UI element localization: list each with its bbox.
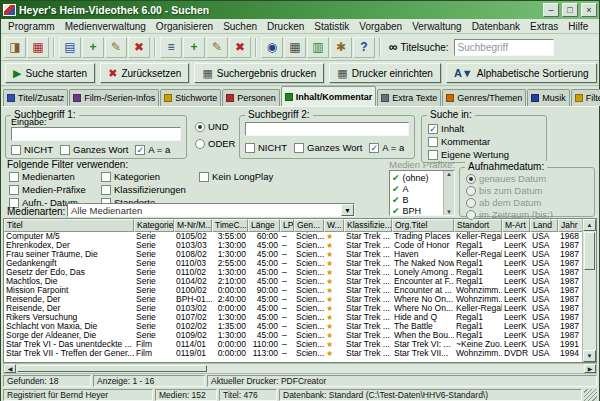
tab-extra-texte[interactable]: Extra Texte (377, 89, 441, 106)
menu-medienverwaltung[interactable]: Medienverwaltung (60, 21, 151, 32)
scroll-up-icon[interactable]: ▲ (446, 171, 452, 177)
new-title-button[interactable]: + (183, 37, 205, 58)
medien-praefixe-list[interactable]: ✔(ohne)✔A✔B✔BPH ▲ ▼ (389, 170, 455, 216)
column-header-länge[interactable]: Länge (248, 219, 280, 232)
close-button[interactable]: × (581, 3, 597, 17)
checkbox-kein-longplay[interactable]: Kein LongPlay (199, 171, 273, 182)
tab-stichworte[interactable]: Stichworte (160, 89, 221, 106)
menu-statistik[interactable]: Statistik (309, 21, 354, 32)
column-header-kategorie[interactable]: Kategorie (134, 219, 174, 232)
checkbox-medien-präfixe[interactable]: Medien-Präfixe (9, 184, 86, 195)
checkbox-klassifizierungen[interactable]: Klassifizierungen (101, 184, 186, 195)
drucker-einrichten-button[interactable]: ▦Drucker einrichten (329, 63, 441, 83)
prefix-item-bph[interactable]: ✔BPH (390, 205, 443, 215)
checkbox-nicht[interactable]: NICHT (11, 144, 53, 155)
table-row[interactable]: Ehrenkodex, DerSerie0103/031:30:0045:00–… (4, 241, 582, 250)
table-row[interactable]: Computer M/5Serie0105/023:55:0060:00–Sci… (4, 232, 582, 241)
column-header-land[interactable]: Land (530, 219, 558, 232)
radio-oder[interactable]: ODER (195, 138, 235, 149)
radio-im-zeitraum-bis[interactable]: im Zeitraum (bis:) (466, 209, 553, 220)
tab-filter[interactable]: Filter (571, 89, 600, 106)
edit-medium-button[interactable]: ✎ (105, 37, 127, 58)
menu-datenbank[interactable]: Datenbank (467, 21, 525, 32)
table-row[interactable]: Star Trek VII - Treffen der Gener...Film… (4, 349, 582, 358)
exit-button[interactable]: ◨ (4, 37, 26, 58)
table-row[interactable]: Reisende, DerSerieBPH-01...2:40:0045:00–… (4, 295, 582, 304)
suchergebnis-drucken-button[interactable]: ▦Suchergebnis drucken (194, 63, 324, 83)
scrollbar-thumb[interactable] (17, 365, 207, 372)
search-button[interactable]: ◉ (261, 37, 283, 58)
column-header-klassifizie[interactable]: Klassifizie... (344, 219, 392, 232)
tab-inhalt-kommentar[interactable]: Inhalt/Kommentar (281, 86, 377, 106)
menu-verwaltung[interactable]: Verwaltung (407, 21, 466, 32)
checkbox-kategorien[interactable]: Kategorien (101, 171, 186, 182)
radio-genaues-datum[interactable]: genaues Datum (466, 173, 553, 184)
column-header-timec[interactable]: TimeC... (212, 219, 248, 232)
suchbegriff2-input[interactable] (245, 122, 409, 136)
help-button[interactable]: ? (353, 37, 375, 58)
medienarten-combobox[interactable]: Alle Medienarten ▼ (67, 203, 355, 217)
table-row[interactable]: Mission FarpointSerie0100/020:00:0090:00… (4, 286, 582, 295)
menu-vorgaben[interactable]: Vorgaben (354, 21, 407, 32)
checkbox-a-a[interactable]: A = a (135, 144, 170, 155)
column-header-titel[interactable]: Titel (4, 219, 134, 232)
tab-personen[interactable]: Personen (222, 89, 280, 106)
scroll-down-icon[interactable]: ▼ (583, 350, 596, 362)
new-medium-button[interactable]: + (82, 37, 104, 58)
alphabetische-sortierung-button[interactable]: A▼Alphabetische Sortierung (446, 63, 597, 83)
table-row[interactable]: Frau seiner Träume, DieSerie0108/021:30:… (4, 250, 582, 259)
zuruecksetzen-button[interactable]: ✖Zurücksetzen (100, 63, 189, 83)
titles-button[interactable]: ≡ (160, 37, 182, 58)
table-row[interactable]: Star Trek VI - Das unentdeckte ...Film01… (4, 340, 582, 349)
checkbox-ganzes-wort[interactable]: Ganzes Wort (60, 144, 128, 155)
column-header-jahr[interactable]: Jahr (558, 219, 582, 232)
column-header-m-art[interactable]: M-Art (502, 219, 530, 232)
checkbox-kommentar[interactable]: Kommentar (428, 136, 509, 147)
scroll-down-icon[interactable]: ▼ (446, 209, 452, 215)
prefix-item-a[interactable]: ✔A (390, 183, 443, 194)
column-header-standort[interactable]: Standort (454, 219, 502, 232)
radio-bis-zum-datum[interactable]: bis zum Datum (466, 185, 553, 196)
tab-genres-themen[interactable]: Genres/Themen (442, 89, 526, 106)
delete-medium-button[interactable]: ✖ (128, 37, 150, 58)
delete-title-button[interactable]: ✖ (229, 37, 251, 58)
tab-titel-zusatz[interactable]: Titel/Zusatz (3, 89, 68, 106)
scroll-right-icon[interactable]: ▶ (584, 364, 596, 373)
table-row[interactable]: Schlacht von Maxia, DieSerie0102/021:35:… (4, 322, 582, 331)
table-row[interactable]: GedankengiftSerie0110/032:55:0045:00–Sci… (4, 259, 582, 268)
maximize-button[interactable]: □ (562, 3, 578, 17)
horizontal-scrollbar[interactable]: ◀ ▶ (3, 363, 597, 374)
table-row[interactable]: Sorge der Aldeaner, DieSerie0109/021:30:… (4, 331, 582, 340)
checkbox-inhalt[interactable]: Inhalt (428, 123, 509, 134)
column-header-lp[interactable]: LP (280, 219, 294, 232)
suche-starten-button[interactable]: ▶Suche starten (5, 63, 95, 83)
column-header-m-nr-m[interactable]: M-Nr/M... (174, 219, 212, 232)
menu-hilfe[interactable]: Hilfe (563, 21, 593, 32)
table-row[interactable]: Reisende, DerSerie0103/020:00:0045:00–Sc… (4, 304, 582, 313)
column-header-org-titel[interactable]: Org.Titel (392, 219, 454, 232)
database-button[interactable]: ▦ (27, 37, 49, 58)
menu-suchen[interactable]: Suchen (218, 21, 262, 32)
titelsuche-input[interactable] (454, 39, 554, 56)
tab-film-serien-infos[interactable]: Film-/Serien-Infos (69, 89, 159, 106)
radio-ab-dem-datum[interactable]: ab dem Datum (466, 197, 553, 208)
table-row[interactable]: Machtlos, DieSerie0104/022:10:0045:00–Sc… (4, 277, 582, 286)
table-row[interactable]: Rikers VersuchungSerie0107/021:30:0045:0… (4, 313, 582, 322)
checkbox-medienarten[interactable]: Medienarten (9, 171, 86, 182)
statistics-button[interactable]: ▥ (307, 37, 329, 58)
settings-button[interactable]: ✱ (330, 37, 352, 58)
table-row[interactable]: Gesetz der Edo, DasSerie0110/021:30:0045… (4, 268, 582, 277)
suchbegriff1-input[interactable] (11, 127, 181, 141)
scroll-up-icon[interactable]: ▲ (583, 219, 596, 231)
menu-organisieren[interactable]: Organisieren (151, 21, 218, 32)
radio-und[interactable]: UND (195, 121, 235, 132)
print-button[interactable]: ▦ (284, 37, 306, 58)
media-list-button[interactable]: ▤ (59, 37, 81, 58)
menu-drucken[interactable]: Drucken (262, 21, 309, 32)
vertical-scrollbar[interactable]: ▲ ▼ (582, 219, 596, 362)
praefixe-scrollbar[interactable]: ▲ ▼ (443, 171, 454, 215)
menu-extras[interactable]: Extras (525, 21, 563, 32)
prefix-item-ohne[interactable]: ✔(ohne) (390, 172, 443, 183)
checkbox-nicht[interactable]: NICHT (245, 142, 287, 153)
resize-grip[interactable] (584, 389, 597, 401)
